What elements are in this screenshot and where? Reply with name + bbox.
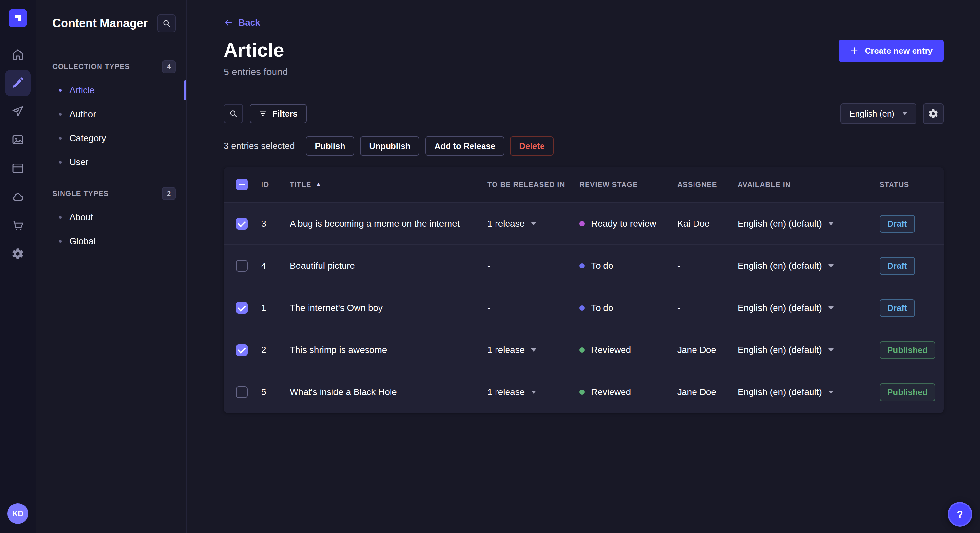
table-row[interactable]: 4 Beautiful picture - To do - English (e… xyxy=(224,244,944,287)
review-stage-dot xyxy=(579,390,585,395)
table-row[interactable]: 1 The internet's Own boy - To do - Engli… xyxy=(224,287,944,329)
filters-button[interactable]: Filters xyxy=(250,104,307,124)
column-title-label: TITLE xyxy=(290,180,312,189)
search-icon[interactable] xyxy=(224,104,243,124)
table-row[interactable]: 5 What's inside a Black Hole 1 release R… xyxy=(224,371,944,413)
cell-review-stage: Reviewed xyxy=(579,387,677,397)
create-entry-button[interactable]: Create new entry xyxy=(839,40,944,62)
cell-release[interactable]: 1 release xyxy=(487,345,579,355)
review-stage-dot xyxy=(579,347,585,353)
column-header-id[interactable]: ID xyxy=(261,180,290,189)
cell-release[interactable]: 1 release xyxy=(487,219,579,229)
cell-review-stage: Reviewed xyxy=(579,345,677,355)
column-header-title[interactable]: TITLE▲ xyxy=(290,180,487,189)
chevron-down-icon xyxy=(828,264,834,268)
row-checkbox[interactable] xyxy=(236,302,248,314)
available-in-label: English (en) (default) xyxy=(738,303,822,313)
cell-assignee: - xyxy=(677,303,738,313)
cell-available-in[interactable]: English (en) (default) xyxy=(738,387,880,397)
chevron-down-icon xyxy=(531,390,536,394)
release-label: 1 release xyxy=(487,345,525,355)
settings-gear-icon[interactable] xyxy=(5,241,31,267)
sidebar-item-label: About xyxy=(69,212,93,222)
bullet-icon xyxy=(59,137,62,140)
cell-assignee: Jane Doe xyxy=(677,345,738,355)
chevron-down-icon xyxy=(531,222,536,225)
available-in-label: English (en) (default) xyxy=(738,261,822,271)
publish-button[interactable]: Publish xyxy=(305,136,354,156)
entries-count: 5 entries found xyxy=(224,67,288,78)
review-stage-dot xyxy=(579,305,585,311)
status-badge: Draft xyxy=(880,257,915,275)
available-in-label: English (en) (default) xyxy=(738,345,822,355)
review-stage-dot xyxy=(579,263,585,268)
locale-select[interactable]: English (en) xyxy=(840,103,916,124)
cell-available-in[interactable]: English (en) (default) xyxy=(738,345,880,355)
section-count-badge: 4 xyxy=(162,60,176,73)
status-badge: Draft xyxy=(880,299,915,317)
arrow-left-icon xyxy=(224,18,233,27)
cell-assignee: Kai Doe xyxy=(677,219,738,229)
column-header-available-in: AVAILABLE IN xyxy=(738,180,880,189)
help-button[interactable]: ? xyxy=(948,502,972,527)
sidebar-item-label: Article xyxy=(69,85,95,95)
bullet-icon xyxy=(59,89,62,92)
title-block: Article 5 entries found xyxy=(224,38,288,78)
chevron-down-icon xyxy=(531,348,536,352)
column-header-review-stage: REVIEW STAGE xyxy=(579,180,677,189)
sidebar-item-user[interactable]: User xyxy=(36,150,186,174)
unpublish-button[interactable]: Unpublish xyxy=(360,136,419,156)
available-in-label: English (en) (default) xyxy=(738,387,822,397)
table-row[interactable]: 2 This shrimp is awesome 1 release Revie… xyxy=(224,329,944,371)
selection-count: 3 entries selected xyxy=(224,141,294,151)
chevron-down-icon xyxy=(828,222,834,225)
sidebar-item-article[interactable]: Article xyxy=(36,78,186,102)
sidebar-item-about[interactable]: About xyxy=(36,205,186,229)
content-type-builder-icon[interactable] xyxy=(5,155,31,181)
active-indicator xyxy=(184,80,186,100)
marketplace-cart-icon[interactable] xyxy=(5,213,31,238)
chevron-down-icon xyxy=(828,348,834,352)
cell-title: This shrimp is awesome xyxy=(290,345,487,355)
deploy-cloud-icon[interactable] xyxy=(5,184,31,210)
delete-button[interactable]: Delete xyxy=(510,136,554,156)
cell-release[interactable]: - xyxy=(487,303,579,313)
row-checkbox[interactable] xyxy=(236,386,248,398)
section-label: COLLECTION TYPES xyxy=(52,62,130,71)
back-link[interactable]: Back xyxy=(224,17,260,28)
cell-review-stage: To do xyxy=(579,303,677,313)
cell-release[interactable]: 1 release xyxy=(487,387,579,397)
chevron-down-icon xyxy=(828,306,834,309)
sidebar-search-icon[interactable] xyxy=(158,14,176,32)
cell-available-in[interactable]: English (en) (default) xyxy=(738,219,880,229)
review-stage-label: To do xyxy=(591,303,614,313)
sidebar-item-category[interactable]: Category xyxy=(36,126,186,150)
nav-rail: KD xyxy=(0,0,36,533)
cell-review-stage: Ready to review xyxy=(579,219,677,229)
view-settings-icon[interactable] xyxy=(923,103,944,124)
cell-available-in[interactable]: English (en) (default) xyxy=(738,261,880,271)
row-checkbox[interactable] xyxy=(236,218,248,230)
add-to-release-button[interactable]: Add to Release xyxy=(425,136,504,156)
cell-id: 3 xyxy=(261,219,290,229)
review-stage-label: Reviewed xyxy=(591,387,631,397)
available-in-label: English (en) (default) xyxy=(738,219,822,229)
row-checkbox[interactable] xyxy=(236,260,248,272)
sidebar-item-global[interactable]: Global xyxy=(36,229,186,253)
section-single-types: SINGLE TYPES 2 xyxy=(36,187,186,200)
row-checkbox[interactable] xyxy=(236,344,248,356)
cell-available-in[interactable]: English (en) (default) xyxy=(738,303,880,313)
table-row[interactable]: 3 A bug is becoming a meme on the intern… xyxy=(224,202,944,244)
rail-icons xyxy=(5,41,31,267)
user-avatar[interactable]: KD xyxy=(8,503,28,524)
home-icon[interactable] xyxy=(5,41,31,67)
content-manager-icon[interactable] xyxy=(5,70,31,96)
sidebar-title: Content Manager xyxy=(52,16,148,30)
bullet-icon xyxy=(59,113,62,116)
releases-icon[interactable] xyxy=(5,98,31,124)
sidebar-item-author[interactable]: Author xyxy=(36,102,186,126)
media-library-icon[interactable] xyxy=(5,127,31,153)
cell-release[interactable]: - xyxy=(487,261,579,271)
select-all-checkbox[interactable] xyxy=(236,179,248,190)
strapi-logo[interactable] xyxy=(9,0,27,36)
